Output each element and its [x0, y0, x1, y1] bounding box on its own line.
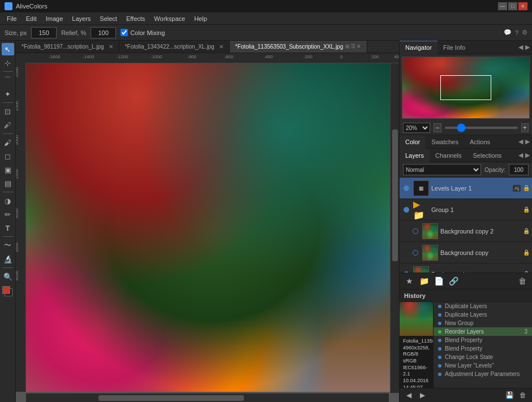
layer-levels[interactable]: ▦ Levels Layer 1 Aj 🔒: [400, 178, 532, 199]
layers-arrow-right[interactable]: ▶: [525, 152, 530, 159]
hscroll-thumb[interactable]: [98, 395, 243, 401]
size-input[interactable]: [31, 27, 57, 38]
tab-color[interactable]: Color: [400, 135, 426, 149]
minimize-button[interactable]: —: [498, 2, 507, 10]
menu-file[interactable]: File: [2, 14, 22, 23]
zoom-out-button[interactable]: −: [434, 123, 441, 132]
tool-fill[interactable]: ▣: [2, 163, 14, 176]
tab-3[interactable]: *Fotolia_113563503_Subscription_XXL.jpg …: [230, 41, 368, 53]
history-info: Fotolia_113563503_Subscription4960x3258,…: [400, 336, 433, 388]
tool-gradient[interactable]: ▤: [2, 177, 14, 189]
tab-selections[interactable]: Selections: [467, 149, 508, 162]
tool-transform[interactable]: ⊹: [2, 57, 14, 69]
menu-layers[interactable]: Layers: [67, 14, 95, 23]
tool-lasso[interactable]: ⌒: [2, 74, 14, 87]
tool-select[interactable]: ↖: [2, 43, 14, 55]
zoom-select[interactable]: 20% 25% 50% 100%: [403, 123, 430, 133]
vertical-scrollbar[interactable]: [390, 63, 399, 393]
zoom-in-button[interactable]: +: [521, 123, 529, 132]
tab-channels[interactable]: Channels: [430, 149, 467, 162]
zoom-slider[interactable]: [445, 127, 518, 129]
menu-workspace[interactable]: Workspace: [149, 14, 190, 23]
canvas-image[interactable]: [26, 63, 399, 392]
tab-navigator[interactable]: Navigator: [400, 41, 437, 54]
tab-swatches[interactable]: Swatches: [426, 135, 464, 149]
color-arrow-left[interactable]: ◀: [518, 138, 523, 145]
tab-2-close[interactable]: ✕: [219, 44, 224, 50]
tab-file-info[interactable]: File Info: [437, 41, 471, 54]
layer-background-thumb: [413, 266, 429, 273]
tab-icon-close[interactable]: ✕: [357, 44, 361, 49]
tool-brush[interactable]: 🖌: [2, 136, 14, 149]
layer-background[interactable]: Background 🔒: [400, 263, 532, 273]
relief-input[interactable]: [91, 27, 116, 38]
history-entry-8[interactable]: Adjustment Layer Parameters: [434, 370, 532, 378]
toolbar-settings-icon[interactable]: ⚙: [522, 29, 527, 36]
tab-layers[interactable]: Layers: [400, 149, 430, 162]
menu-select[interactable]: Select: [95, 14, 122, 23]
layer-levels-visibility[interactable]: [402, 184, 411, 193]
layers-arrow-left[interactable]: ◀: [518, 152, 523, 159]
tool-magic-wand[interactable]: ✦: [2, 88, 14, 100]
menu-help[interactable]: Help: [190, 14, 212, 23]
history-entry-6[interactable]: Change Lock State: [434, 353, 532, 361]
tab-actions[interactable]: Actions: [464, 135, 496, 149]
layer-link-button[interactable]: 🔗: [447, 275, 460, 287]
history-entry-5[interactable]: Blend Property: [434, 344, 532, 353]
layer-star-button[interactable]: ★: [403, 275, 415, 287]
layer-group1[interactable]: ▶📁 Group 1 🔒: [400, 199, 532, 221]
color-mixing-checkbox[interactable]: [121, 29, 128, 36]
history-delete-button[interactable]: 🗑: [517, 390, 529, 400]
tool-color-picker2[interactable]: 🔬: [2, 253, 14, 265]
history-entry-4[interactable]: Blend Property: [434, 336, 532, 344]
history-entry-2[interactable]: New Group: [434, 319, 532, 327]
layer-new-button[interactable]: 📄: [432, 275, 445, 287]
layer-bg-copy[interactable]: Background copy 🔒: [400, 242, 532, 263]
panel-tab-icons: ◀ ▶: [518, 44, 532, 51]
tab-icon-grid[interactable]: ⊞: [345, 44, 350, 49]
toolbar-question-icon[interactable]: ?: [515, 29, 518, 36]
right-panel: Navigator File Info ◀ ▶ 20% 25% 50% 100%…: [399, 41, 532, 402]
close-button[interactable]: ✕: [518, 2, 527, 10]
history-play-button[interactable]: ▶: [417, 390, 428, 400]
tab-1-close[interactable]: ✕: [109, 44, 113, 50]
tool-pen[interactable]: ✏: [2, 208, 14, 221]
tool-dodge[interactable]: ◑: [2, 194, 14, 207]
horizontal-scrollbar[interactable]: [26, 393, 389, 402]
history-save-button[interactable]: 💾: [504, 390, 515, 400]
tool-crop[interactable]: ⊡: [2, 105, 14, 118]
layer-bg-copy2[interactable]: Background copy 2 🔒: [400, 221, 532, 242]
layer-group1-visibility[interactable]: [402, 205, 411, 214]
panel-arrow-right[interactable]: ▶: [525, 44, 530, 51]
layer-delete-button[interactable]: 🗑: [516, 275, 529, 287]
tool-text[interactable]: T: [2, 222, 14, 234]
layer-bg-copy2-visibility[interactable]: [411, 227, 420, 236]
color-arrow-right[interactable]: ▶: [525, 138, 530, 145]
tool-zoom[interactable]: 🔍: [2, 270, 14, 283]
maximize-button[interactable]: □: [508, 2, 517, 10]
history-entry-7[interactable]: New Layer "Levels": [434, 361, 532, 370]
tab-icon-list[interactable]: ☰: [351, 44, 355, 49]
opacity-input[interactable]: [509, 164, 529, 175]
tool-smudge[interactable]: 〜: [2, 239, 14, 252]
tool-eraser[interactable]: ◻: [2, 150, 14, 162]
color-swatch[interactable]: [2, 286, 14, 297]
history-entry-3[interactable]: Reorder Layers 3: [434, 327, 532, 336]
panel-arrow-left[interactable]: ◀: [518, 44, 523, 51]
history-back-button[interactable]: ◀: [403, 390, 414, 400]
menu-effects[interactable]: Effects: [122, 14, 149, 23]
tab-1[interactable]: *Fotolia_981197...scription_L.jpg ✕: [16, 41, 119, 53]
tool-eyedropper[interactable]: 🖋: [2, 119, 14, 131]
history-entry-1[interactable]: Duplicate Layers: [434, 310, 532, 319]
tab-2[interactable]: *Fotolia_1343422...scription_XL.jpg ✕: [119, 41, 230, 53]
layer-folder-button[interactable]: 📁: [418, 275, 430, 287]
menu-edit[interactable]: Edit: [22, 14, 41, 23]
nav-viewport-rect: [440, 75, 491, 100]
toolbar-help-icon[interactable]: 💬: [504, 29, 512, 36]
vscroll-thumb[interactable]: [392, 129, 398, 261]
history-header: History: [400, 289, 532, 302]
history-entry-0[interactable]: Duplicate Layers: [434, 302, 532, 310]
blend-mode-select[interactable]: Normal Multiply Screen Overlay: [403, 164, 481, 175]
menu-image[interactable]: Image: [41, 14, 68, 23]
layer-bg-copy-visibility[interactable]: [411, 248, 420, 257]
